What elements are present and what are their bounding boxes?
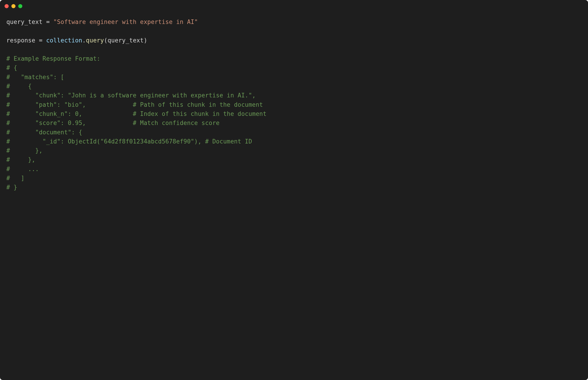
code-comment: # }, bbox=[6, 156, 35, 163]
code-comment: # "path": "bio", # Path of this chunk in… bbox=[6, 101, 263, 108]
code-comment: # }, bbox=[6, 147, 43, 154]
code-comment: # ] bbox=[6, 175, 24, 182]
code-variable: response bbox=[6, 37, 35, 44]
code-variable: query_text bbox=[6, 19, 43, 25]
window-titlebar bbox=[0, 0, 588, 11]
code-content: query_text = "Software engineer with exp… bbox=[0, 11, 588, 201]
code-object: collection bbox=[46, 37, 82, 44]
code-operator: = bbox=[35, 37, 46, 44]
close-icon[interactable] bbox=[4, 4, 9, 8]
code-string: "Software engineer with expertise in AI" bbox=[53, 19, 198, 25]
code-punct: . bbox=[82, 37, 86, 44]
code-comment: # } bbox=[6, 184, 17, 191]
code-window: query_text = "Software engineer with exp… bbox=[0, 0, 588, 380]
code-comment: # { bbox=[6, 64, 17, 71]
code-comment: # Example Response Format: bbox=[6, 55, 100, 62]
code-punct: ( bbox=[104, 37, 107, 44]
code-comment: # "score": 0.95, # Match confidence scor… bbox=[6, 119, 219, 126]
code-operator: = bbox=[43, 19, 53, 25]
code-comment: # "document": { bbox=[6, 129, 82, 136]
minimize-icon[interactable] bbox=[11, 4, 16, 8]
code-comment: # { bbox=[6, 83, 32, 90]
code-method: query bbox=[86, 37, 104, 44]
code-comment: # ... bbox=[6, 166, 39, 172]
maximize-icon[interactable] bbox=[18, 4, 22, 8]
code-punct: ) bbox=[143, 37, 147, 44]
code-comment: # "matches": [ bbox=[6, 74, 64, 80]
code-comment: # "chunk_n": 0, # Index of this chunk in… bbox=[6, 110, 267, 117]
code-arg: query_text bbox=[107, 37, 144, 44]
code-comment: # "_id": ObjectId("64d2f8f01234abcd5678e… bbox=[6, 138, 252, 145]
code-comment: # "chunk": "John is a software engineer … bbox=[6, 92, 256, 99]
